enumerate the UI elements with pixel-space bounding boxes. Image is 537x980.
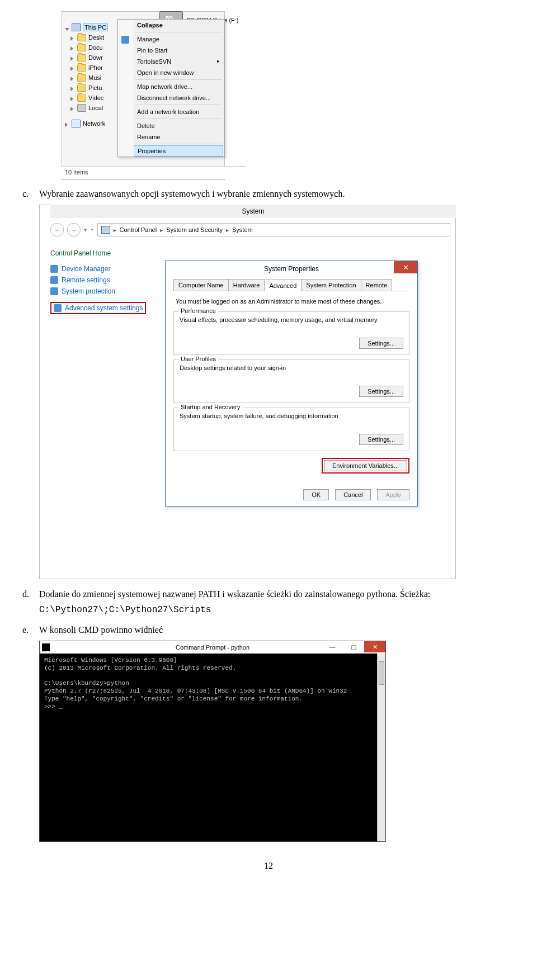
separator	[135, 144, 222, 144]
maximize-button[interactable]: ▢	[343, 641, 364, 652]
paragraph-d: d. Dodanie do zmiennej systemowej nazwan…	[22, 589, 515, 599]
dialog-title-text: System Properties	[264, 265, 319, 273]
list-marker-e: e.	[22, 625, 39, 635]
link-remote-settings[interactable]: Remote settings	[50, 276, 162, 284]
environment-variables-button[interactable]: Environment Variables...	[324, 460, 407, 471]
tree-item-label: Deskt	[88, 34, 104, 41]
link-advanced-system-settings[interactable]: Advanced system settings	[50, 302, 146, 314]
chevron-right-icon	[70, 106, 75, 110]
group-legend: Startup and Recovery	[178, 404, 242, 410]
ctx-rename[interactable]: Rename	[118, 131, 224, 143]
tree-network[interactable]: Network	[65, 119, 121, 129]
ctx-manage[interactable]: Manage	[118, 34, 224, 45]
chevron-right-icon	[70, 45, 75, 50]
paragraph-e: e. W konsoli CMD powinno widnieć	[22, 625, 515, 635]
back-button[interactable]: ←	[50, 223, 64, 236]
tab-system-protection[interactable]: System Protection	[301, 279, 361, 291]
shield-icon	[50, 276, 58, 284]
tree-item[interactable]: Musi	[65, 73, 121, 83]
list-marker-d: d.	[22, 589, 39, 599]
pc-icon	[72, 23, 81, 31]
close-button[interactable]: ✕	[364, 641, 385, 652]
folder-icon	[77, 64, 86, 72]
tree-item-label: Dowr	[88, 54, 103, 61]
folder-icon	[77, 34, 86, 41]
system-properties-dialog: System Properties ✕ Computer Name Hardwa…	[165, 261, 418, 506]
chevron-right-icon: ▸	[114, 227, 116, 233]
minimize-button[interactable]: —	[322, 641, 343, 652]
screenshot-explorer-context-menu: BD-ROM Drive (F:) This PC Deskt Docu Dow…	[45, 11, 246, 179]
breadcrumb-seg[interactable]: System	[232, 226, 253, 233]
chevron-right-icon	[70, 96, 75, 100]
paragraph-c: c. Wybranie zaawansowanych opcji systemo…	[22, 189, 515, 199]
tree-item[interactable]: Pictu	[65, 83, 121, 93]
ok-button[interactable]: OK	[303, 489, 329, 500]
shield-icon	[54, 304, 62, 312]
tab-advanced[interactable]: Advanced	[264, 280, 302, 291]
tree-item[interactable]: Docu	[65, 42, 121, 53]
paragraph-e-text: W konsoli CMD powinno widnieć	[39, 625, 163, 635]
group-performance: Performance Visual effects, processor sc…	[173, 311, 409, 355]
tree-item-label: Pictu	[88, 84, 102, 91]
chevron-right-icon	[70, 35, 75, 40]
control-panel-home-link[interactable]: Control Panel Home	[50, 249, 162, 257]
cmd-output[interactable]: Microsoft Windows [Version 6.3.9600] (c)…	[40, 654, 378, 841]
cmd-window: Command Prompt - python — ▢ ✕ Microsoft …	[39, 641, 386, 842]
separator	[135, 105, 222, 105]
cancel-button[interactable]: Cancel	[335, 489, 371, 500]
breadcrumb[interactable]: ▸ Control Panel ▸ System and Security ▸ …	[97, 223, 451, 236]
tree-item[interactable]: Local	[65, 103, 121, 113]
breadcrumb-seg[interactable]: System and Security	[166, 226, 223, 233]
user-profiles-settings-button[interactable]: Settings...	[359, 386, 403, 397]
ctx-open-new-window[interactable]: Open in new window	[118, 67, 224, 78]
group-user-profiles: User Profiles Desktop settings related t…	[173, 359, 409, 403]
up-button[interactable]: ↑	[91, 226, 94, 233]
tab-hardware[interactable]: Hardware	[228, 279, 265, 291]
link-label: Remote settings	[62, 276, 110, 284]
control-panel-sidebar: Control Panel Home Device Manager Remote…	[50, 249, 162, 318]
drive-icon	[77, 104, 86, 112]
tab-remote[interactable]: Remote	[361, 279, 393, 291]
startup-settings-button[interactable]: Settings...	[359, 434, 403, 445]
window-title-text: System	[242, 207, 264, 215]
ctx-delete[interactable]: Delete	[118, 120, 224, 131]
link-label: System protection	[62, 287, 115, 295]
group-desc: System startup, system failure, and debu…	[180, 413, 403, 419]
ctx-disconnect-network-drive[interactable]: Disconnect network drive...	[118, 92, 224, 103]
ctx-pin-to-start[interactable]: Pin to Start	[118, 45, 224, 56]
ctx-tortoisesvn[interactable]: TortoiseSVN	[118, 56, 224, 67]
tree-item[interactable]: iPhor	[65, 63, 121, 73]
ctx-add-network-location[interactable]: Add a network location	[118, 106, 224, 117]
ctx-item-label: Manage	[137, 36, 159, 42]
link-label: Device Manager	[62, 265, 110, 273]
link-system-protection[interactable]: System protection	[50, 287, 162, 295]
apply-button[interactable]: Apply	[377, 489, 409, 500]
tree-item[interactable]: Videc	[65, 93, 121, 103]
performance-settings-button[interactable]: Settings...	[359, 338, 403, 349]
chevron-right-icon	[70, 75, 75, 80]
network-icon	[72, 120, 81, 127]
ctx-map-network-drive[interactable]: Map network drive...	[118, 81, 224, 92]
ctx-collapse[interactable]: Collapse	[118, 20, 224, 31]
close-button[interactable]: ✕	[394, 261, 417, 273]
link-device-manager[interactable]: Device Manager	[50, 265, 162, 273]
folder-icon	[77, 84, 86, 92]
scrollbar[interactable]	[377, 654, 385, 841]
tab-computer-name[interactable]: Computer Name	[173, 279, 229, 291]
path-value: C:\Python27\;C:\Python27\Scripts	[39, 605, 515, 615]
pc-icon	[101, 226, 110, 234]
context-menu: Collapse Manage Pin to Start TortoiseSVN…	[117, 19, 225, 157]
ctx-properties[interactable]: Properties	[119, 145, 223, 157]
tree-this-pc[interactable]: This PC	[65, 22, 121, 32]
separator	[135, 119, 222, 119]
group-startup-recovery: Startup and Recovery System startup, sys…	[173, 408, 409, 451]
tree-item-label: Videc	[88, 94, 103, 101]
forward-button[interactable]: →	[67, 223, 81, 236]
tree-item[interactable]: Dowr	[65, 53, 121, 63]
screenshot-command-prompt: Command Prompt - python — ▢ ✕ Microsoft …	[39, 641, 386, 842]
shield-icon	[50, 287, 58, 295]
tree-item[interactable]: Deskt	[65, 32, 121, 42]
page-number: 12	[22, 861, 515, 871]
window-title: System	[50, 205, 456, 218]
breadcrumb-seg[interactable]: Control Panel	[120, 226, 157, 233]
